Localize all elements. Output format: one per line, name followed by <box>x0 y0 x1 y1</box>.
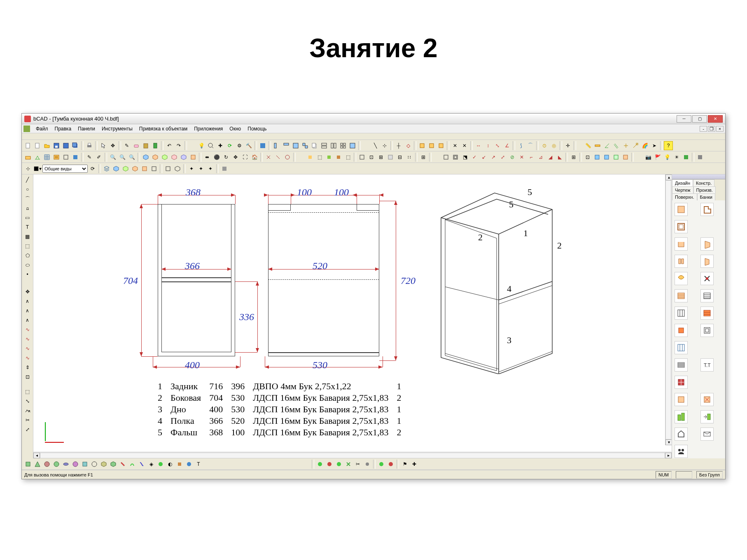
bt9-icon[interactable] <box>99 460 108 469</box>
flag-icon[interactable]: 🚩 <box>653 153 662 162</box>
panel-btn-13[interactable] <box>700 307 714 320</box>
close-button[interactable]: ✕ <box>708 115 723 123</box>
menu-help[interactable]: Помощь <box>244 126 270 132</box>
copy-icon[interactable] <box>310 141 319 150</box>
s3-icon[interactable] <box>283 153 292 162</box>
menu-file[interactable]: Файл <box>33 126 51 132</box>
dim3-icon[interactable]: ⤡ <box>493 141 502 150</box>
sh10-icon[interactable]: ⌐ <box>527 153 536 162</box>
color-icon[interactable]: ▾ <box>33 164 42 173</box>
vt3-icon[interactable] <box>121 164 130 173</box>
sh9-icon[interactable]: ✕ <box>517 153 526 162</box>
layers-icon[interactable] <box>258 141 267 150</box>
grid-icon[interactable] <box>42 153 51 162</box>
ve1-icon[interactable] <box>163 164 173 173</box>
vt1-icon[interactable] <box>102 164 111 173</box>
split-h-icon[interactable] <box>320 141 329 150</box>
s2-icon[interactable] <box>273 153 282 162</box>
wire-icon[interactable] <box>61 153 70 162</box>
scale-icon[interactable] <box>631 141 640 150</box>
pointer-icon[interactable] <box>99 141 108 150</box>
minimize-button[interactable]: ─ <box>677 115 691 123</box>
view2-icon[interactable] <box>282 141 291 150</box>
tool-hatch-icon[interactable]: ▦ <box>23 232 33 241</box>
menu-tools[interactable]: Инструменты <box>98 126 136 132</box>
panel-btn-11[interactable] <box>700 289 714 302</box>
tool-sheet-icon[interactable]: ⬚ <box>23 387 33 396</box>
sh11-icon[interactable]: ⊿ <box>536 153 545 162</box>
g1-icon[interactable] <box>357 153 366 162</box>
tool-trim-icon[interactable]: ✂ <box>23 416 33 425</box>
arc1-icon[interactable]: ⟆ <box>516 141 525 150</box>
edit1-icon[interactable]: ✎ <box>85 153 94 162</box>
view-selector[interactable]: Общие виды <box>42 165 88 173</box>
box1-icon[interactable] <box>418 141 427 150</box>
m2-icon[interactable]: ⬚ <box>315 153 324 162</box>
panel-btn-2[interactable] <box>700 203 714 216</box>
angle-icon[interactable] <box>602 141 612 150</box>
gear-icon[interactable]: ⚙ <box>235 141 244 150</box>
bt14-icon[interactable]: ◈ <box>147 460 156 469</box>
rot1-icon[interactable]: ↻ <box>222 153 231 162</box>
split-v-icon[interactable] <box>329 141 338 150</box>
origin-icon[interactable]: ⊹ <box>23 164 33 173</box>
panel-btn-24[interactable] <box>675 428 688 441</box>
panel-btn-9[interactable] <box>700 272 714 285</box>
tab-prod[interactable]: Произв. <box>693 186 716 193</box>
m5-icon[interactable]: ⬚ <box>343 153 352 162</box>
circ2-icon[interactable]: ◎ <box>549 141 558 150</box>
bt25-icon[interactable] <box>363 460 372 469</box>
bt2-icon[interactable] <box>33 460 42 469</box>
tool-line-icon[interactable]: ╱ <box>23 175 33 184</box>
bt26-icon[interactable] <box>377 460 386 469</box>
panel-btn-26[interactable] <box>675 445 688 458</box>
list-icon[interactable] <box>52 153 61 162</box>
menu-snap[interactable]: Привязка к объектам <box>136 126 191 132</box>
bt15-icon[interactable] <box>156 460 165 469</box>
menu-panels[interactable]: Панели <box>75 126 98 132</box>
panel-btn-8[interactable] <box>675 272 688 285</box>
saveall-icon[interactable] <box>71 141 80 150</box>
x1-icon[interactable]: ✕ <box>451 141 460 150</box>
paste-icon[interactable] <box>141 141 150 150</box>
vt6-icon[interactable] <box>149 164 159 173</box>
sh8-icon[interactable]: ⊘ <box>508 153 517 162</box>
panel-btn-25[interactable] <box>700 428 714 441</box>
g3-icon[interactable]: ⊞ <box>376 153 385 162</box>
mv2-icon[interactable]: ⚫ <box>212 153 221 162</box>
undo-icon[interactable]: ↶ <box>165 141 174 150</box>
sh2-icon[interactable] <box>451 153 460 162</box>
panel-btn-17[interactable] <box>675 358 688 372</box>
render2-icon[interactable] <box>33 153 42 162</box>
cam1-icon[interactable]: ⛶ <box>240 153 250 162</box>
iso1-icon[interactable] <box>141 153 150 162</box>
arc2-icon[interactable]: ⌒ <box>526 141 535 150</box>
zoom1-icon[interactable]: 🔍 <box>108 153 117 162</box>
cross-icon[interactable]: ✛ <box>563 141 572 150</box>
tool-wave3-icon[interactable]: ∿ <box>23 344 33 353</box>
c1-icon[interactable]: ⊡ <box>583 153 592 162</box>
tool-select-icon[interactable]: ⬚ <box>23 242 33 251</box>
panel-btn-15[interactable] <box>700 324 714 337</box>
panel-btn-10[interactable] <box>675 289 688 302</box>
view4-icon[interactable] <box>301 141 310 150</box>
iso3-icon[interactable] <box>160 153 169 162</box>
bt12-icon[interactable] <box>128 460 137 469</box>
mdi-close[interactable]: × <box>716 126 724 132</box>
s1-icon[interactable] <box>264 153 273 162</box>
dim2-icon[interactable]: ↕ <box>483 141 493 150</box>
bt28-icon[interactable]: ⚑ <box>400 460 409 469</box>
tab-drawing[interactable]: Чертеж <box>672 186 693 193</box>
tool-polygon-icon[interactable]: ⬠ <box>23 251 33 260</box>
bt17-icon[interactable] <box>175 460 184 469</box>
pencil-icon[interactable]: ✎ <box>122 141 131 150</box>
tab-banks[interactable]: Банки <box>697 193 715 200</box>
g2-icon[interactable]: ⊡ <box>367 153 376 162</box>
cam2-icon[interactable]: 🏠 <box>250 153 259 162</box>
tool-up3-icon[interactable]: ∧ <box>23 316 33 325</box>
app-menu-icon[interactable] <box>23 125 30 132</box>
bulb2-icon[interactable]: 💡 <box>663 153 672 162</box>
tool-polyline-icon[interactable]: ⩍ <box>23 204 33 213</box>
panel-btn-4[interactable] <box>675 237 688 251</box>
rainbow-icon[interactable]: 🌈 <box>640 141 649 150</box>
